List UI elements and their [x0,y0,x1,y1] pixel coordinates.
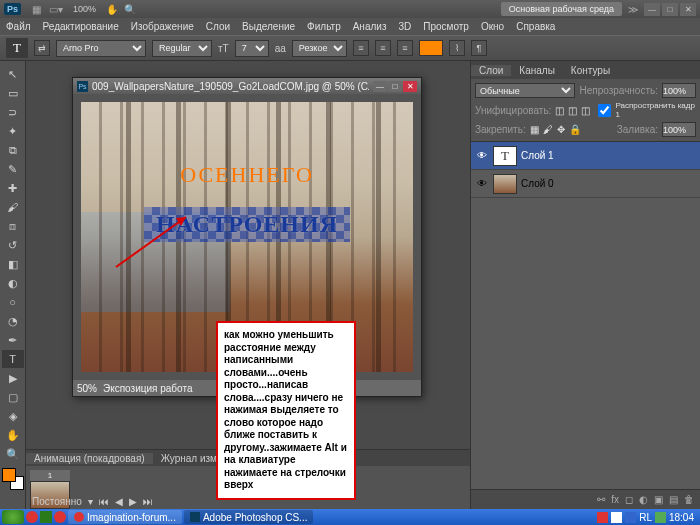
shape-tool[interactable]: ▢ [2,388,24,406]
crop-tool[interactable]: ⧉ [2,141,24,159]
tab-paths[interactable]: Контуры [563,65,618,76]
tray-icon[interactable] [655,512,666,523]
character-panel-icon[interactable]: ¶ [471,40,487,56]
minimize-button[interactable]: — [644,3,660,16]
anim-first-icon[interactable]: ⏮ [97,496,111,507]
bridge-icon[interactable]: ▦ [29,2,43,16]
menu-filter[interactable]: Фильтр [307,21,341,32]
loop-select[interactable]: Постоянно [30,496,84,507]
close-button[interactable]: ✕ [680,3,696,16]
antialias-select[interactable]: Резкое [292,40,347,57]
unify-style-icon[interactable]: ◫ [581,105,590,116]
color-picker[interactable] [2,468,24,490]
layer-style-icon[interactable]: fx [611,494,619,505]
type-tool[interactable]: T [2,350,24,368]
orientation-icon[interactable]: ⇄ [34,40,50,56]
zoom-display[interactable]: 100% [73,4,96,14]
eraser-tool[interactable]: ◧ [2,255,24,273]
lock-pos-icon[interactable]: ✥ [557,124,565,135]
blend-mode-select[interactable]: Обычные [475,83,575,98]
anim-play-icon[interactable]: ▶ [127,496,139,507]
app-icon[interactable] [40,511,52,523]
hand-tool[interactable]: ✋ [2,426,24,444]
layout-icon[interactable]: ▭▾ [49,2,63,16]
unify-pos-icon[interactable]: ◫ [555,105,564,116]
doc-minimize-button[interactable]: — [373,81,387,92]
lock-all-icon[interactable]: 🔒 [569,124,581,135]
text-layer-2-selection[interactable]: НАСТРОЕНИЯ [144,207,350,242]
zoom-tool[interactable]: 🔍 [2,445,24,463]
dodge-tool[interactable]: ◔ [2,312,24,330]
anim-prev-icon[interactable]: ◀ [113,496,125,507]
lock-pixels-icon[interactable]: 🖌 [543,124,553,135]
spread-checkbox[interactable] [598,103,611,118]
delete-layer-icon[interactable]: 🗑 [684,494,694,505]
align-right-icon[interactable]: ≡ [397,40,413,56]
active-tool-indicator[interactable]: T [6,38,28,58]
status-zoom[interactable]: 50% [77,383,97,394]
pen-tool[interactable]: ✒ [2,331,24,349]
menu-help[interactable]: Справка [516,21,555,32]
system-tray[interactable]: RL 18:04 [593,512,698,523]
lasso-tool[interactable]: ⊃ [2,103,24,121]
font-weight-select[interactable]: Regular [152,40,212,57]
layer-row-0[interactable]: 👁 Слой 0 [471,170,700,198]
adjustment-icon[interactable]: ◐ [639,494,648,505]
text-layer-1[interactable]: ОСЕННЕГО [180,162,314,188]
move-tool[interactable]: ↖ [2,65,24,83]
menu-select[interactable]: Выделение [242,21,295,32]
opera-icon[interactable] [26,511,38,523]
unify-vis-icon[interactable]: ◫ [568,105,577,116]
warp-text-icon[interactable]: ⌇ [449,40,465,56]
opacity-input[interactable] [662,83,696,98]
brush-tool[interactable]: 🖌 [2,198,24,216]
taskbar-item-photoshop[interactable]: Adobe Photoshop CS... [184,510,314,524]
align-left-icon[interactable]: ≡ [353,40,369,56]
visibility-icon[interactable]: 👁 [475,178,489,189]
menu-view[interactable]: Просмотр [423,21,469,32]
menu-edit[interactable]: Редактирование [43,21,119,32]
zoom-icon[interactable]: 🔍 [124,4,136,15]
lock-trans-icon[interactable]: ▦ [530,124,539,135]
eyedropper-tool[interactable]: ✎ [2,160,24,178]
tab-animation[interactable]: Анимация (покадровая) [26,453,153,464]
anim-next-icon[interactable]: ⏭ [141,496,155,507]
marquee-tool[interactable]: ▭ [2,84,24,102]
menu-file[interactable]: Файл [6,21,31,32]
menu-window[interactable]: Окно [481,21,504,32]
opera-icon-2[interactable] [54,511,66,523]
document-titlebar[interactable]: Ps 009_WallpapersNature_190509_Go2LoadCO… [73,78,421,94]
font-family-select[interactable]: Arno Pro [56,40,146,57]
tray-icon[interactable] [611,512,622,523]
stamp-tool[interactable]: ⧈ [2,217,24,235]
menu-layer[interactable]: Слои [206,21,230,32]
menu-image[interactable]: Изображение [131,21,194,32]
blur-tool[interactable]: ○ [2,293,24,311]
heal-tool[interactable]: ✚ [2,179,24,197]
text-color-swatch[interactable] [419,40,443,56]
link-layers-icon[interactable]: ⚯ [597,494,605,505]
gradient-tool[interactable]: ◐ [2,274,24,292]
path-select-tool[interactable]: ▶ [2,369,24,387]
visibility-icon[interactable]: 👁 [475,150,489,161]
group-icon[interactable]: ▣ [654,494,663,505]
hand-icon[interactable]: ✋ [106,4,118,15]
status-info[interactable]: Экспозиция работа [103,383,192,394]
layer-row-1[interactable]: 👁 T Слой 1 [471,142,700,170]
layer-mask-icon[interactable]: ◻ [625,494,633,505]
language-indicator[interactable]: RL [639,512,652,523]
start-button[interactable] [2,510,24,524]
tab-layers[interactable]: Слои [471,65,511,76]
tab-channels[interactable]: Каналы [511,65,563,76]
maximize-button[interactable]: □ [662,3,678,16]
layer-name[interactable]: Слой 0 [521,178,554,189]
workspace-button[interactable]: Основная рабочая среда [501,2,622,16]
workspace-more-icon[interactable]: ≫ [628,4,638,15]
layer-name[interactable]: Слой 1 [521,150,554,161]
clock[interactable]: 18:04 [669,512,694,523]
align-center-icon[interactable]: ≡ [375,40,391,56]
tray-icon[interactable] [597,512,608,523]
3d-tool[interactable]: ◈ [2,407,24,425]
doc-close-button[interactable]: ✕ [403,81,417,92]
doc-maximize-button[interactable]: □ [388,81,402,92]
